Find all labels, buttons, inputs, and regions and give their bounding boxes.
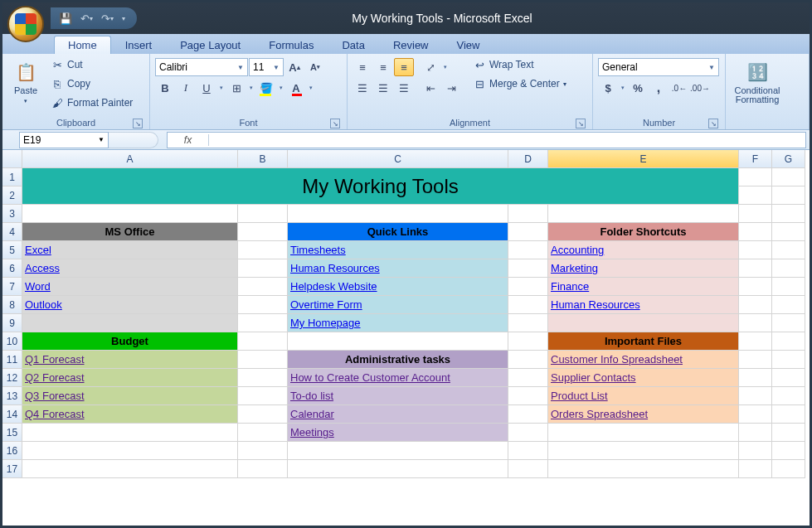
link-myhomepage[interactable]: My Homepage — [290, 317, 361, 329]
row-7[interactable]: 7 — [2, 278, 22, 296]
namebox-handle[interactable] — [109, 132, 158, 148]
link-q3[interactable]: Q3 Forecast — [25, 390, 85, 402]
link-calendar[interactable]: Calendar — [290, 408, 334, 420]
select-all-corner[interactable] — [2, 150, 22, 168]
office-button[interactable] — [7, 6, 44, 42]
bold-button[interactable]: B — [155, 79, 175, 97]
accounting-button[interactable]: $ — [598, 79, 618, 97]
orientation-dropdown[interactable]: ▾ — [441, 58, 450, 76]
row-16[interactable]: 16 — [2, 442, 22, 460]
link-outlook[interactable]: Outlook — [25, 298, 62, 311]
header-budget[interactable]: Budget — [22, 332, 238, 351]
link-overtime[interactable]: Overtime Form — [290, 298, 362, 311]
undo-icon[interactable]: ↶▾ — [80, 12, 93, 25]
row-4[interactable]: 4 — [2, 223, 22, 241]
header-ms-office[interactable]: MS Office — [22, 223, 238, 241]
tab-review[interactable]: Review — [379, 36, 443, 54]
row-9[interactable]: 9 — [2, 314, 22, 332]
number-launcher[interactable]: ↘ — [708, 119, 718, 128]
link-todo[interactable]: To-do list — [290, 390, 333, 402]
align-center-button[interactable]: ☰ — [373, 79, 393, 97]
col-A[interactable]: A — [22, 150, 238, 168]
conditional-formatting-button[interactable]: 🔢 Conditional Formatting — [731, 56, 784, 109]
tab-view[interactable]: View — [443, 36, 494, 54]
clipboard-launcher[interactable]: ↘ — [133, 119, 143, 128]
row-11[interactable]: 11 — [2, 351, 22, 369]
fill-dropdown[interactable]: ▾ — [277, 79, 285, 97]
comma-button[interactable]: , — [649, 79, 669, 97]
row-5[interactable]: 5 — [2, 241, 22, 259]
header-important-files[interactable]: Important Files — [548, 332, 739, 351]
increase-decimal-button[interactable]: .0← — [669, 79, 689, 97]
decrease-indent-button[interactable]: ⇤ — [421, 79, 440, 97]
alignment-launcher[interactable]: ↘ — [576, 119, 586, 128]
link-excel[interactable]: Excel — [25, 244, 51, 256]
sheet-title[interactable]: My Working Tools — [22, 168, 739, 205]
save-icon[interactable]: 💾 — [59, 12, 72, 25]
paste-button[interactable]: 📋 Paste▾ — [7, 56, 44, 109]
wrap-text-button[interactable]: ↩Wrap Text — [469, 56, 570, 74]
link-supplier[interactable]: Supplier Contacts — [551, 371, 636, 384]
row-3[interactable]: 3 — [2, 205, 22, 223]
tab-formulas[interactable]: Formulas — [255, 36, 328, 54]
header-quick-links[interactable]: Quick Links — [288, 223, 508, 241]
font-size-combo[interactable]: 11▼ — [249, 58, 284, 76]
accounting-dropdown[interactable]: ▾ — [619, 79, 627, 97]
fill-color-button[interactable]: 🪣 — [256, 79, 276, 97]
spreadsheet-grid[interactable]: A B C D E F G 1 My Working Tools 2 3 4 M… — [2, 150, 810, 478]
col-F[interactable]: F — [739, 150, 772, 168]
link-q2[interactable]: Q2 Forecast — [25, 371, 85, 384]
link-helpdesk[interactable]: Helpdesk Website — [290, 280, 377, 293]
cut-button[interactable]: ✂Cut — [47, 56, 136, 74]
tab-page-layout[interactable]: Page Layout — [166, 36, 255, 54]
merge-center-button[interactable]: ⊟Merge & Center ▾ — [469, 75, 570, 93]
row-10[interactable]: 10 — [2, 332, 22, 351]
grow-font-button[interactable]: A▴ — [284, 58, 304, 76]
number-format-combo[interactable]: General▼ — [598, 58, 719, 76]
link-timesheets[interactable]: Timesheets — [290, 244, 346, 256]
row-13[interactable]: 13 — [2, 387, 22, 405]
redo-icon[interactable]: ↷▾ — [101, 12, 114, 25]
row-14[interactable]: 14 — [2, 405, 22, 424]
font-name-combo[interactable]: Calibri▼ — [155, 58, 248, 76]
link-human-resources[interactable]: Human Resources — [290, 262, 380, 274]
font-launcher[interactable]: ↘ — [330, 119, 340, 128]
row-1[interactable]: 1 — [2, 168, 22, 186]
col-C[interactable]: C — [288, 150, 508, 168]
row-8[interactable]: 8 — [2, 296, 22, 314]
underline-dropdown[interactable]: ▾ — [217, 79, 226, 97]
align-right-button[interactable]: ☰ — [394, 79, 414, 97]
link-meetings[interactable]: Meetings — [290, 426, 334, 438]
font-color-button[interactable]: A — [286, 79, 306, 97]
col-E[interactable]: E — [548, 150, 739, 168]
row-17[interactable]: 17 — [2, 460, 22, 478]
align-left-button[interactable]: ☰ — [353, 79, 372, 97]
row-15[interactable]: 15 — [2, 424, 22, 442]
fx-icon[interactable]: fx — [168, 134, 209, 146]
tab-insert[interactable]: Insert — [111, 36, 167, 54]
tab-home[interactable]: Home — [54, 36, 111, 54]
decrease-decimal-button[interactable]: .00→ — [690, 79, 710, 97]
font-color-dropdown[interactable]: ▾ — [307, 79, 315, 97]
row-2[interactable]: 2 — [2, 186, 22, 205]
link-finance[interactable]: Finance — [551, 280, 589, 293]
border-button[interactable]: ⊞ — [226, 79, 246, 97]
row-12[interactable]: 12 — [2, 369, 22, 387]
row-6[interactable]: 6 — [2, 259, 22, 278]
name-box[interactable]: E19▼ — [19, 132, 109, 148]
underline-button[interactable]: U — [197, 79, 216, 97]
link-marketing[interactable]: Marketing — [551, 262, 598, 274]
link-hr-folder[interactable]: Human Resources — [551, 298, 640, 311]
align-bottom-button[interactable]: ≡ — [394, 58, 414, 76]
col-G[interactable]: G — [772, 150, 805, 168]
link-q4[interactable]: Q4 Forecast — [25, 408, 85, 420]
italic-button[interactable]: I — [176, 79, 196, 97]
increase-indent-button[interactable]: ⇥ — [441, 79, 461, 97]
header-folder-shortcuts[interactable]: Folder Shortcuts — [548, 223, 739, 241]
link-create-account[interactable]: How to Create Customer Account — [290, 371, 450, 384]
link-q1[interactable]: Q1 Forecast — [25, 353, 85, 366]
link-access[interactable]: Access — [25, 262, 60, 274]
link-customer-info[interactable]: Customer Info Spreadsheet — [551, 353, 683, 366]
copy-button[interactable]: ⎘Copy — [47, 75, 136, 93]
qat-customize-icon[interactable]: ▾ — [122, 15, 125, 22]
